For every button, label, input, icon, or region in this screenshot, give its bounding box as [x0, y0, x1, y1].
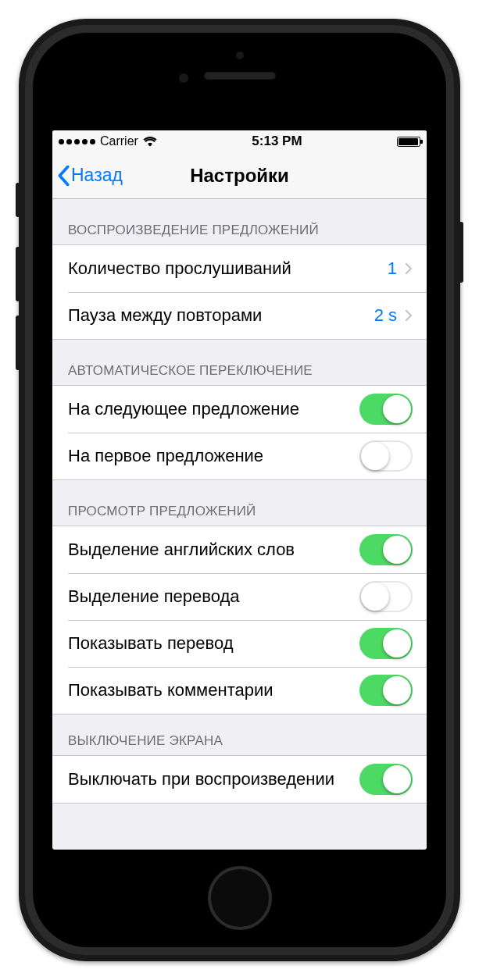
settings-table: ВОСПРОИЗВЕДЕНИЕ ПРЕДЛОЖЕНИЙ Количество п… — [52, 199, 427, 804]
clock-label: 5:13 PM — [252, 134, 302, 149]
status-left: Carrier — [59, 134, 157, 148]
screen: Carrier 5:13 PM — [52, 130, 427, 850]
chevron-left-icon — [57, 165, 71, 187]
carrier-label: Carrier — [100, 134, 138, 148]
row-label: Показывать комментарии — [68, 680, 359, 700]
row-label: Выделение английских слов — [68, 540, 359, 560]
row-show-comments: Показывать комментарии — [52, 667, 427, 714]
back-label: Назад — [71, 165, 123, 186]
section-header-view: ПРОСМОТР ПРЕДЛОЖЕНИЙ — [52, 480, 427, 526]
section-header-screenoff: ВЫКЛЮЧЕНИЕ ЭКРАНА — [52, 715, 427, 755]
section-view: Выделение английских слов Выделение пере… — [52, 526, 427, 715]
volume-up-button[interactable] — [16, 247, 20, 301]
section-playback: Количество прослушиваний 1 Пауза между п… — [52, 244, 427, 340]
row-pause-between[interactable]: Пауза между повторами 2 s — [52, 292, 427, 339]
row-label: Количество прослушиваний — [68, 258, 388, 279]
chevron-right-icon — [405, 309, 413, 322]
row-label: Выключать при воспроизведении — [68, 769, 359, 789]
signal-strength-icon — [59, 139, 95, 144]
phone-frame: Carrier 5:13 PM — [19, 19, 460, 961]
row-value: 1 — [388, 258, 397, 279]
row-label: Пауза между повторами — [68, 305, 374, 326]
switch-first-sentence[interactable] — [359, 440, 413, 472]
switch-disable-on-playback[interactable] — [359, 764, 413, 795]
switch-next-sentence[interactable] — [359, 394, 413, 425]
section-screenoff: Выключать при воспроизведении — [52, 755, 427, 804]
chevron-right-icon — [405, 262, 413, 275]
phone-inner: Carrier 5:13 PM — [25, 25, 454, 955]
status-right — [397, 137, 420, 147]
navigation-bar: Назад Настройки — [52, 152, 427, 199]
row-disable-on-playback: Выключать при воспроизведении — [52, 756, 427, 803]
row-value: 2 s — [374, 305, 397, 326]
row-show-translation: Показывать перевод — [52, 620, 427, 667]
proximity-sensor — [179, 73, 188, 83]
row-next-sentence: На следующее предложение — [52, 386, 427, 433]
home-button[interactable] — [208, 866, 272, 930]
section-header-autoswitch: АВТОМАТИЧЕСКОЕ ПЕРЕКЛЮЧЕНИЕ — [52, 340, 427, 385]
status-bar: Carrier 5:13 PM — [52, 130, 427, 152]
row-label: Показывать перевод — [68, 633, 359, 654]
battery-icon — [397, 137, 420, 147]
row-label: На первое предложение — [68, 446, 359, 466]
row-label: На следующее предложение — [68, 399, 359, 419]
switch-show-comments[interactable] — [359, 675, 413, 706]
phone-bezel: Carrier 5:13 PM — [33, 33, 446, 947]
row-label: Выделение перевода — [68, 586, 359, 607]
section-autoswitch: На следующее предложение На первое предл… — [52, 385, 427, 480]
volume-down-button[interactable] — [16, 315, 20, 370]
section-header-playback: ВОСПРОИЗВЕДЕНИЕ ПРЕДЛОЖЕНИЙ — [52, 199, 427, 244]
front-camera — [236, 52, 244, 59]
switch-show-translation[interactable] — [359, 628, 413, 659]
earpiece-speaker — [204, 72, 276, 80]
back-button[interactable]: Назад — [52, 165, 123, 187]
row-highlight-translation: Выделение перевода — [52, 573, 427, 620]
power-button[interactable] — [459, 222, 463, 283]
wifi-icon — [143, 137, 157, 147]
switch-highlight-english[interactable] — [359, 534, 413, 565]
row-first-sentence: На первое предложение — [52, 433, 427, 479]
mute-switch[interactable] — [16, 183, 20, 217]
switch-highlight-translation[interactable] — [359, 581, 413, 612]
row-highlight-english: Выделение английских слов — [52, 526, 427, 573]
row-listen-count[interactable]: Количество прослушиваний 1 — [52, 245, 427, 292]
